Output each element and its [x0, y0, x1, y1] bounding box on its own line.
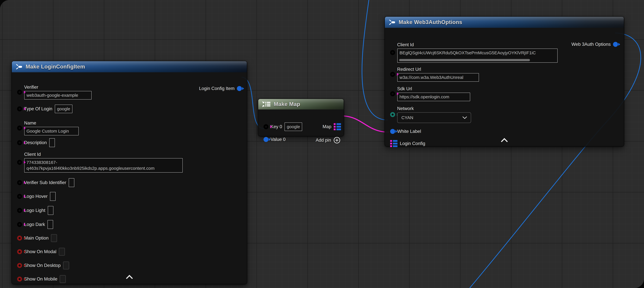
verifier-sub-identifier-pin-string[interactable] [17, 180, 22, 185]
add-pin-label: Add pin [316, 138, 331, 143]
pin-row-name[interactable]: NameGoogle Custom Login [17, 120, 79, 136]
redirect-url-pin-string[interactable] [390, 72, 395, 77]
client-id-label: Client Id [24, 152, 183, 157]
description-pin-string[interactable] [17, 140, 22, 145]
show-on-desktop-pin-bool[interactable] [17, 263, 22, 268]
description-label: Description [24, 140, 47, 145]
logo-light-pin-string[interactable] [17, 208, 22, 213]
verifier-sub-identifier-input[interactable] [68, 178, 74, 187]
pin-row-login-config[interactable]: Login Config [390, 139, 425, 148]
main-option-checkbox[interactable] [51, 234, 57, 242]
pin-row-type-of-login[interactable]: Type Of Logingoogle [17, 104, 72, 113]
wire-top-to-white-label[interactable] [362, 0, 388, 120]
client-id-pin-string[interactable] [17, 160, 22, 165]
pin-row-sdk-url[interactable]: Sdk Urlhttps://sdk.openlogin.com [390, 86, 470, 101]
node-header[interactable]: Make LoginConfigItem [12, 61, 247, 72]
logo-light-label: Logo Light [24, 208, 45, 213]
node-title: Make LoginConfigItem [26, 64, 85, 70]
network-dropdown[interactable]: CYAN [397, 112, 471, 123]
verifier-pin-string[interactable] [17, 90, 22, 95]
pin-row-show-on-modal[interactable]: Show On Modal [17, 247, 65, 256]
pin-row-show-on-desktop[interactable]: Show On Desktop [17, 261, 69, 270]
collapse-chevron-icon[interactable] [126, 275, 133, 282]
type-of-login-input[interactable]: google [55, 105, 72, 113]
output-pin-struct[interactable] [237, 86, 242, 91]
name-pin-string[interactable] [17, 126, 22, 131]
pin-row-logo-hover[interactable]: Logo Hover [17, 192, 56, 201]
key0-value-input[interactable]: google [284, 122, 302, 131]
output-login-config-item[interactable]: Login Config Item [199, 84, 242, 93]
output-pin-struct[interactable] [613, 42, 618, 47]
client-id-input[interactable]: BEglQSgt4cUWcj6SKRdu5QkOXTsePmMcusG5EAoy… [397, 49, 558, 63]
input-value: 774338308167-q463s7kpvja16l4l0kko3nb925i… [26, 160, 154, 171]
textbox-horizontal-scrollbar[interactable] [399, 59, 530, 61]
blueprint-graph-canvas[interactable]: Make LoginConfigItem Login Config Item V… [0, 0, 644, 288]
name-label: Name [24, 120, 79, 126]
key0-label: Key 0 [270, 124, 282, 129]
node-make-web3authoptions[interactable]: Make Web3AuthOptions Web 3Auth Options C… [384, 17, 624, 146]
pin-row-description[interactable]: Description [17, 138, 55, 147]
network-pin-enum[interactable] [390, 112, 395, 117]
wire-map-to-login-config[interactable] [343, 116, 389, 132]
node-make-map[interactable]: Make Map Key 0 google Map Value 0 Add pi… [258, 99, 344, 136]
value0-pin-struct[interactable] [264, 137, 268, 142]
node-header[interactable]: Make Web3AuthOptions [385, 17, 624, 28]
redirect-url-input[interactable]: w3a://com.w3a.Web3AuthUnreal [397, 73, 479, 82]
pin-row-white-label[interactable]: White Label [390, 127, 421, 136]
add-pin-icon[interactable] [334, 137, 340, 143]
pin-row-logo-dark[interactable]: Logo Dark [17, 220, 53, 229]
pin-row-logo-light[interactable]: Logo Light [17, 206, 54, 215]
logo-hover-input[interactable] [50, 192, 56, 201]
make-struct-icon [389, 19, 396, 26]
verifier-input[interactable]: web3auth-google-example [24, 91, 92, 100]
output-map[interactable]: Map [322, 122, 341, 131]
pin-row-network[interactable]: NetworkCYAN [390, 106, 471, 123]
node-header[interactable]: Make Map [258, 99, 344, 109]
logo-dark-label: Logo Dark [24, 222, 45, 227]
pin-row-main-option[interactable]: Main Option [17, 233, 57, 243]
input-value: BEglQSgt4cUWcj6SKRdu5QkOXTsePmMcusG5EAoy… [400, 50, 536, 55]
logo-dark-input[interactable] [48, 220, 53, 229]
pin-row-redirect-url[interactable]: Redirect Urlw3a://com.w3a.Web3AuthUnreal [390, 67, 479, 82]
node-make-loginconfigitem[interactable]: Make LoginConfigItem Login Config Item V… [12, 61, 247, 284]
sdk-url-pin-string[interactable] [390, 91, 395, 96]
input-value: w3a://com.w3a.Web3AuthUnreal [400, 75, 463, 80]
logo-dark-pin-string[interactable] [17, 222, 22, 227]
verifier-sub-identifier-label: Verifier Sub Identifier [24, 180, 66, 185]
input-value: web3auth-google-example [26, 93, 78, 98]
sdk-url-input[interactable]: https://sdk.openlogin.com [397, 93, 470, 101]
pin-row-key-0[interactable]: Key 0 google [264, 122, 302, 131]
pin-row-client-id[interactable]: Client Id774338308167-q463s7kpvja16l4l0k… [17, 152, 183, 173]
show-on-mobile-checkbox[interactable] [60, 275, 66, 283]
verifier-label: Verifier [24, 85, 92, 90]
output-web3auth-options[interactable]: Web 3Auth Options [572, 40, 618, 49]
show-on-mobile-pin-bool[interactable] [17, 276, 22, 281]
pin-row-verifier[interactable]: Verifierweb3auth-google-example [17, 85, 92, 100]
main-option-pin-bool[interactable] [17, 236, 22, 241]
pin-row-value-0[interactable]: Value 0 [264, 135, 286, 144]
name-input[interactable]: Google Custom Login [24, 127, 79, 136]
network-label: Network [397, 106, 471, 111]
show-on-modal-checkbox[interactable] [59, 248, 65, 256]
login-config-pin-map[interactable] [390, 140, 398, 147]
white-label-pin-struct[interactable] [390, 129, 395, 134]
client-id-pin-string[interactable] [390, 50, 395, 55]
add-pin-button[interactable]: Add pin [316, 136, 340, 145]
pin-row-show-on-mobile[interactable]: Show On Mobile [17, 274, 66, 283]
collapse-chevron-icon[interactable] [501, 138, 508, 145]
show-on-desktop-label: Show On Desktop [24, 263, 61, 268]
input-value: https://sdk.openlogin.com [400, 94, 449, 99]
key0-pin-string[interactable] [264, 124, 268, 129]
pin-row-client-id[interactable]: Client IdBEglQSgt4cUWcj6SKRdu5QkOXTsePmM… [390, 42, 558, 63]
sdk-url-label: Sdk Url [397, 86, 470, 92]
map-output-pin[interactable] [334, 123, 341, 130]
white-label-label: White Label [397, 129, 421, 134]
show-on-desktop-checkbox[interactable] [63, 261, 69, 269]
logo-light-input[interactable] [48, 206, 54, 215]
type-of-login-pin-string[interactable] [17, 106, 22, 111]
description-input[interactable] [49, 138, 55, 147]
pin-row-verifier-sub-identifier[interactable]: Verifier Sub Identifier [17, 178, 74, 187]
logo-hover-pin-string[interactable] [17, 194, 22, 199]
show-on-modal-pin-bool[interactable] [17, 249, 22, 254]
client-id-input[interactable]: 774338308167-q463s7kpvja16l4l0kko3nb925i… [24, 158, 183, 173]
